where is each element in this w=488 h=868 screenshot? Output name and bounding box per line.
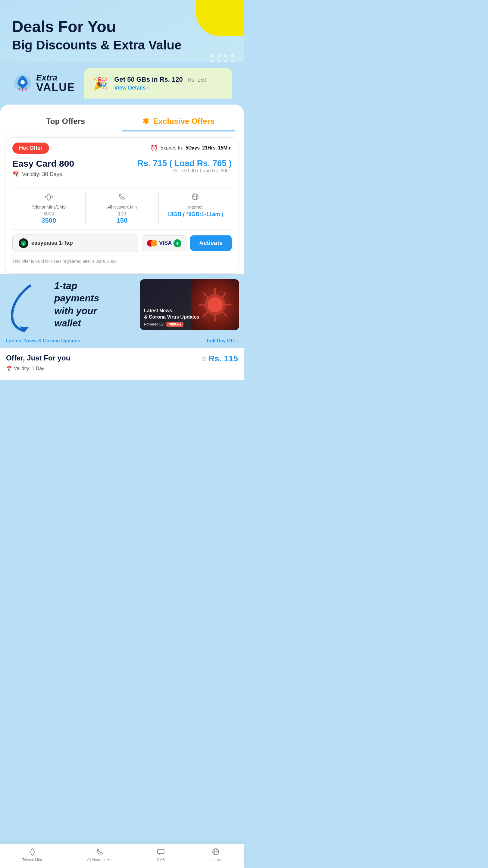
extra-value-logo: Extra VALUE — [12, 73, 75, 94]
hero-title-line1: Deals For You — [12, 18, 232, 35]
phone-icon — [89, 193, 155, 203]
feature-telenor: Telenor Mins/SMS 3000 3500 — [12, 193, 85, 224]
expires-min: 15Min — [218, 145, 232, 151]
svg-line-16 — [223, 293, 226, 297]
promo-card: 🎉 Get 50 GBs in Rs. 120 Rs. 150 View Det… — [84, 68, 232, 98]
easypaisa-icon: e — [19, 239, 28, 248]
hot-offer-badge: Hot Offer — [12, 143, 49, 154]
expires-hrs: 21Hrs — [202, 145, 216, 151]
party-icon: 🎉 — [93, 76, 108, 90]
visa-mc-button[interactable]: VISA e — [142, 236, 187, 251]
clock-icon: 🕐 — [201, 356, 207, 361]
promo-text: Get 50 GBs in Rs. 120 Rs. 150 View Detai… — [114, 76, 223, 91]
tribune-logo: TRIBUNE — [166, 322, 183, 327]
tab-top-offers[interactable]: Top Offers — [9, 114, 122, 131]
feature-allnet: All-Network Min 100 150 — [86, 193, 158, 224]
telenor-old-val: 3000 — [15, 211, 82, 217]
allnet-old-val: 100 — [89, 211, 155, 217]
second-offer-title: Offer, Just For you — [6, 354, 70, 362]
price-section: Rs. 715 ( Load Rs. 765 ) Rs. 750.00 ( Lo… — [137, 158, 232, 174]
internet-icon — [162, 193, 229, 203]
timer-icon: ⏰ — [150, 144, 158, 152]
expires-days: 5Days — [186, 145, 200, 151]
validity-row: 📅 Validity: 30 Days — [12, 171, 74, 178]
promo-old-price: Rs. 150 — [188, 77, 206, 83]
blue-arrow-icon — [6, 280, 42, 334]
svg-line-22 — [204, 293, 207, 297]
current-price: Rs. 715 ( Load Rs. 765 ) — [137, 158, 232, 168]
offer-card: Hot Offer ⏰ Expires In: 5Days 21Hrs 15Mi… — [6, 137, 238, 274]
extra-script: Extra — [36, 73, 75, 82]
second-offer-header: Offer, Just For you 🕐 Rs. 115 — [6, 354, 238, 364]
full-day-link[interactable]: Full Day Off... — [207, 338, 238, 344]
old-price: Rs. 750.00 ( Load Rs. 800 ) — [137, 168, 232, 174]
offer-name: Easy Card 800 — [12, 158, 74, 169]
telenor-icon — [15, 193, 82, 203]
payment-row: e easypaisa 1-Tap VISA e Activate — [12, 235, 232, 252]
second-offer-price: Rs. 115 — [208, 354, 238, 364]
second-offer-expires: 🕐 Rs. 115 — [201, 354, 238, 364]
easypaisa-label: easypaisa 1-Tap — [31, 240, 73, 246]
main-card-area: Top Offers ✱ Exclusive Offers Hot Offer … — [0, 104, 244, 274]
corona-news-link[interactable]: Lastest News & Corona Updates → — [6, 338, 87, 344]
offer-note: This offer is valid for users registered… — [12, 255, 232, 269]
allnet-label: All-Network Min — [89, 205, 155, 210]
powered-text: Powered By: — [144, 322, 164, 327]
hero-title-line2: Big Discounts & Extra Value — [12, 38, 232, 53]
exclusive-star: ✱ — [142, 117, 149, 126]
promo-main-text: Get 50 GBs in Rs. 120 — [114, 76, 183, 84]
internet-val: 18GB ( *9GB:1-11am ) — [162, 211, 229, 218]
rocket-icon — [12, 73, 33, 94]
allnet-new-val: 150 — [89, 217, 155, 224]
telenor-label: Telenor Mins/SMS — [15, 205, 82, 210]
tab-exclusive-offers[interactable]: ✱ Exclusive Offers — [122, 114, 235, 131]
svg-text:e: e — [23, 241, 25, 246]
mastercard-icon — [147, 240, 157, 247]
calendar-icon: 📅 — [12, 171, 19, 178]
corona-powered: Powered By: TRIBUNE — [144, 322, 235, 327]
news-card-corona[interactable]: Latest News& Corona Virus Updates Powere… — [140, 279, 239, 330]
tap-payment-section: 1-tap payments with your wallet — [0, 274, 244, 336]
easypaisa-e-icon: e — [173, 239, 181, 247]
telenor-new-val: 3500 — [15, 217, 82, 224]
tabs-row: Top Offers ✱ Exclusive Offers — [0, 114, 244, 131]
dots-decoration — [211, 54, 235, 62]
offer-card-body: Easy Card 800 📅 Validity: 30 Days Rs. 71… — [6, 154, 238, 273]
second-calendar-icon: 📅 — [6, 366, 12, 372]
news-link-row: Lastest News & Corona Updates → Full Day… — [0, 336, 244, 348]
svg-point-6 — [21, 80, 25, 84]
easypaisa-button[interactable]: e easypaisa 1-Tap — [12, 235, 138, 252]
extra-value-section: Extra VALUE 🎉 Get 50 GBs in Rs. 120 Rs. … — [0, 62, 244, 98]
activate-button[interactable]: Activate — [190, 236, 232, 251]
corona-card-content: Latest News& Corona Virus Updates Powere… — [140, 304, 239, 330]
expires-info: ⏰ Expires In: 5Days 21Hrs 15Min — [150, 144, 232, 152]
offer-card-header: Hot Offer ⏰ Expires In: 5Days 21Hrs 15Mi… — [6, 138, 238, 154]
second-offer-section: Offer, Just For you 🕐 Rs. 115 📅 Validity… — [0, 348, 244, 380]
feature-internet: Internet 18GB ( *9GB:1-11am ) — [159, 193, 232, 218]
tap-payment-text: 1-tap payments with your wallet — [54, 280, 99, 330]
validity-text: Validity: 30 Days — [22, 171, 62, 178]
visa-label: VISA — [159, 240, 172, 246]
news-cards-container: Latest News& Corona Virus Updates Powere… — [135, 274, 244, 336]
view-details-link[interactable]: View Details › — [114, 85, 149, 91]
corona-news-title: Latest News& Corona Virus Updates — [144, 308, 235, 320]
second-offer-validity: 📅 Validity: 1 Day — [6, 366, 238, 372]
internet-label: Internet — [162, 205, 229, 210]
extra-value-text: Extra VALUE — [36, 73, 75, 93]
features-row: Telenor Mins/SMS 3000 3500 All-Network M… — [12, 187, 232, 230]
extra-value-word: VALUE — [36, 82, 75, 93]
